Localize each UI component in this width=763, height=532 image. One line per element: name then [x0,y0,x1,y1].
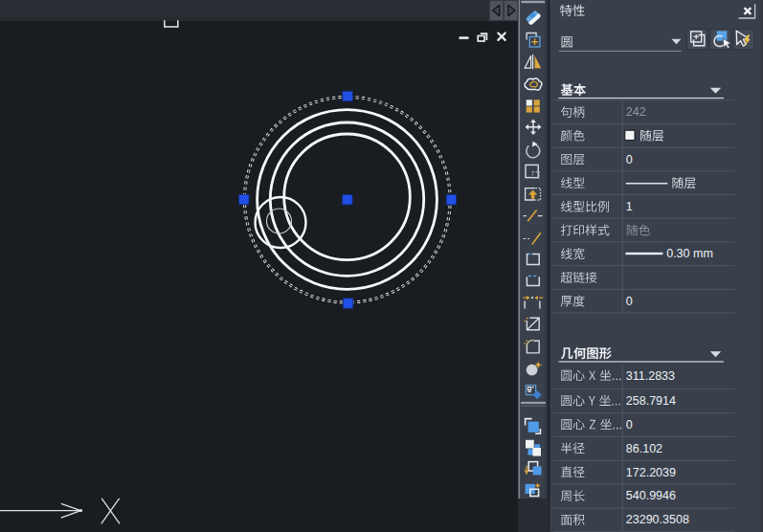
svg-text:311.2833: 311.2833 [626,369,675,383]
svg-text:0: 0 [626,295,633,308]
svg-text:0: 0 [626,153,633,166]
svg-text:1: 1 [626,200,633,213]
svg-text:172.2039: 172.2039 [626,466,676,479]
svg-text:258.7914: 258.7914 [626,394,676,408]
svg-text:23290.3508: 23290.3508 [626,513,689,526]
svg-text:540.9946: 540.9946 [626,489,676,502]
svg-text:0: 0 [626,418,633,432]
svg-text:0.30 mm: 0.30 mm [666,247,713,260]
svg-text:242: 242 [626,105,646,119]
svg-text:86.102: 86.102 [626,442,662,455]
